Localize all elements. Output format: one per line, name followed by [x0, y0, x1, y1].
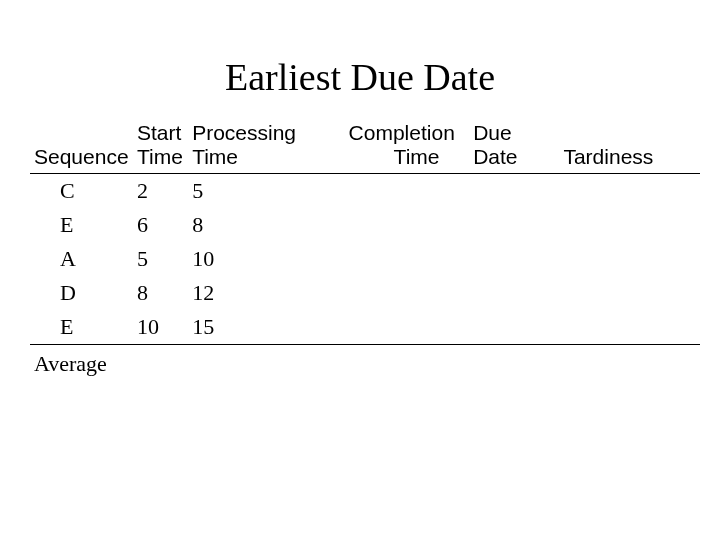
- table-row: D 8 12: [30, 276, 700, 310]
- cell-tardiness: [559, 242, 700, 276]
- cell-completion: [319, 174, 470, 209]
- col-header-start-time: Start Time: [133, 119, 188, 174]
- col-header-sequence: Sequence: [30, 119, 133, 174]
- cell-tardiness: [559, 276, 700, 310]
- cell-sequence: D: [30, 276, 133, 310]
- cell-tardiness: [559, 174, 700, 209]
- cell-completion: [319, 242, 470, 276]
- col-header-due-date: Due Date: [469, 119, 559, 174]
- table-row: A 5 10: [30, 242, 700, 276]
- cell-sequence: E: [30, 208, 133, 242]
- cell-due: [469, 310, 559, 345]
- table-row: E 6 8: [30, 208, 700, 242]
- slide: Earliest Due Date Sequence Start Time Pr: [0, 0, 720, 540]
- col-header-start-l2: Time: [137, 145, 183, 168]
- table-footer-row: Average: [30, 345, 700, 382]
- col-header-tard-label: Tardiness: [563, 145, 653, 168]
- table-row: C 2 5: [30, 174, 700, 209]
- table-row: E 10 15: [30, 310, 700, 345]
- col-header-sequence-label: Sequence: [34, 145, 129, 168]
- average-label: Average: [30, 345, 700, 382]
- cell-start: 2: [133, 174, 188, 209]
- cell-start: 10: [133, 310, 188, 345]
- schedule-table: Sequence Start Time Processing Time Comp…: [30, 119, 700, 381]
- col-header-processing-time: Processing Time: [188, 119, 318, 174]
- cell-sequence: C: [30, 174, 133, 209]
- col-header-start-l1: Start: [137, 121, 181, 144]
- cell-completion: [319, 276, 470, 310]
- cell-due: [469, 276, 559, 310]
- page-title: Earliest Due Date: [0, 55, 720, 99]
- cell-due: [469, 208, 559, 242]
- col-header-due-l1: Due: [473, 121, 512, 144]
- cell-processing: 8: [188, 208, 318, 242]
- cell-processing: 12: [188, 276, 318, 310]
- col-header-proc-l1: Processing: [192, 121, 296, 144]
- col-header-due-l2: Date: [473, 145, 517, 168]
- col-header-comp-l1: Completion: [349, 121, 455, 144]
- cell-sequence: E: [30, 310, 133, 345]
- schedule-table-wrap: Sequence Start Time Processing Time Comp…: [30, 119, 700, 381]
- cell-processing: 5: [188, 174, 318, 209]
- cell-sequence: A: [30, 242, 133, 276]
- col-header-comp-l2: Time: [349, 145, 440, 169]
- cell-processing: 15: [188, 310, 318, 345]
- cell-tardiness: [559, 208, 700, 242]
- col-header-completion-time: Completion Time: [319, 119, 470, 174]
- cell-processing: 10: [188, 242, 318, 276]
- cell-completion: [319, 310, 470, 345]
- cell-start: 8: [133, 276, 188, 310]
- col-header-proc-l2: Time: [192, 145, 238, 168]
- cell-start: 5: [133, 242, 188, 276]
- cell-due: [469, 242, 559, 276]
- cell-completion: [319, 208, 470, 242]
- cell-due: [469, 174, 559, 209]
- col-header-tardiness: Tardiness: [559, 119, 700, 174]
- cell-start: 6: [133, 208, 188, 242]
- cell-tardiness: [559, 310, 700, 345]
- table-header-row: Sequence Start Time Processing Time Comp…: [30, 119, 700, 174]
